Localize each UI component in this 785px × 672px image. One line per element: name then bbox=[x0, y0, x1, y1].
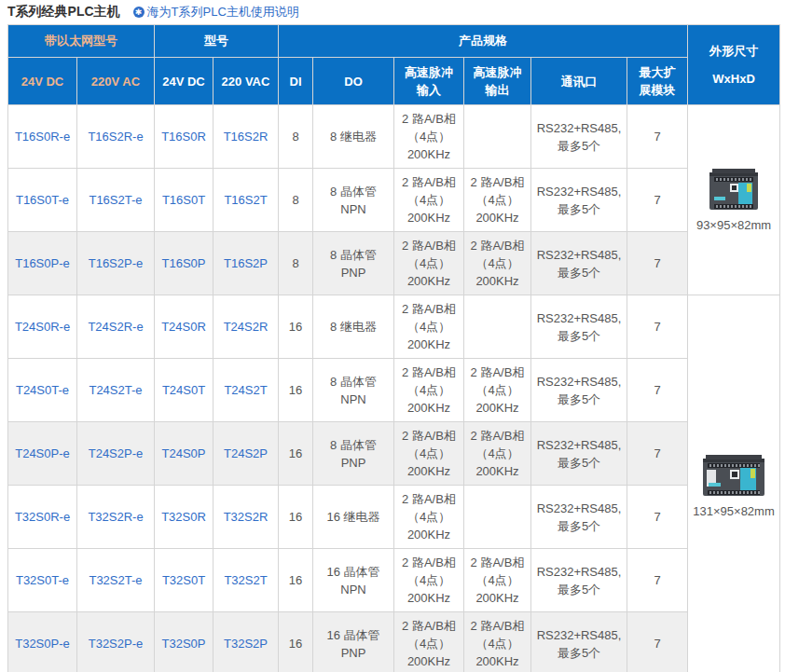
model-link[interactable]: T24S2P bbox=[224, 446, 268, 460]
model-link[interactable]: T16S0T-e bbox=[16, 193, 69, 207]
model-link[interactable]: T16S2P bbox=[224, 256, 268, 270]
model-link[interactable]: T16S0T bbox=[162, 193, 205, 207]
subheader-24vdc: 24V DC bbox=[155, 58, 213, 105]
model-link[interactable]: T16S0P bbox=[162, 256, 206, 270]
doc-link[interactable]: ✱ 海为T系列PLC主机使用说明 bbox=[133, 4, 299, 21]
expansion-cell: 7 bbox=[627, 422, 688, 486]
expansion-cell: 7 bbox=[627, 105, 688, 169]
model-link[interactable]: T32S0T-e bbox=[16, 573, 69, 587]
model-cell: T16S2R-e bbox=[77, 105, 155, 169]
model-cell: T16S2T bbox=[213, 169, 279, 232]
model-link[interactable]: T32S0R bbox=[161, 510, 206, 524]
header-sub-row: 24V DC 220V AC 24V DC 220 VAC DI DO 高速脉冲… bbox=[8, 58, 780, 105]
model-cell: T32S0R bbox=[155, 486, 213, 549]
model-cell: T16S0P-e bbox=[8, 232, 77, 295]
model-link[interactable]: T16S2T-e bbox=[89, 193, 142, 207]
model-link[interactable]: T32S2T-e bbox=[89, 573, 142, 587]
subheader-max-expansion: 最大扩 展模块 bbox=[627, 58, 688, 105]
model-cell: T32S0P-e bbox=[8, 612, 77, 672]
pulse-out-cell: 2 路A/B相 （4点） 200KHz bbox=[464, 232, 531, 295]
model-cell: T16S2P-e bbox=[77, 232, 155, 295]
model-link[interactable]: T32S0P bbox=[162, 637, 206, 651]
subheader-eth-24vdc: 24V DC bbox=[8, 58, 77, 105]
model-cell: T24S2R bbox=[213, 295, 279, 359]
dims-label: 131×95×82mm bbox=[693, 502, 774, 520]
model-cell: T32S2R-e bbox=[77, 486, 155, 549]
comm-cell: RS232+RS485, 最多5个 bbox=[531, 105, 627, 169]
do-cell: 16 继电器 bbox=[313, 486, 394, 549]
model-cell: T16S0R-e bbox=[8, 105, 77, 169]
model-cell: T32S2R bbox=[213, 486, 279, 549]
model-link[interactable]: T24S0P-e bbox=[15, 446, 70, 460]
pulse-out-cell bbox=[464, 105, 531, 169]
di-cell: 8 bbox=[279, 169, 313, 232]
dims-label: 93×95×82mm bbox=[696, 216, 771, 234]
model-link[interactable]: T16S0R bbox=[161, 130, 206, 144]
do-cell: 8 继电器 bbox=[313, 105, 394, 169]
model-link[interactable]: T24S2T bbox=[224, 383, 267, 397]
table-row: T16S0T-e T16S2T-e T16S0T T16S2T 8 8 晶体管 … bbox=[8, 169, 780, 232]
model-link[interactable]: T24S2T-e bbox=[89, 383, 142, 397]
pulse-in-cell: 2 路A/B相 （4点） 200KHz bbox=[394, 232, 464, 295]
model-cell: T24S2R-e bbox=[77, 295, 155, 359]
comm-cell: RS232+RS485, 最多5个 bbox=[531, 359, 627, 422]
pulse-in-cell: 2 路A/B相 （4点） 200KHz bbox=[394, 549, 464, 612]
model-cell: T24S2T-e bbox=[77, 359, 155, 422]
expansion-cell: 7 bbox=[627, 359, 688, 422]
model-cell: T32S0T bbox=[155, 549, 213, 612]
model-link[interactable]: T32S0P-e bbox=[15, 637, 70, 651]
model-link[interactable]: T24S2R-e bbox=[88, 320, 143, 334]
model-link[interactable]: T24S0R-e bbox=[15, 320, 70, 334]
expansion-cell: 7 bbox=[627, 169, 688, 232]
table-row: T24S0P-e T24S2P-e T24S0P T24S2P 16 8 晶体管… bbox=[8, 422, 780, 486]
subheader-220vac: 220 VAC bbox=[213, 58, 279, 105]
model-cell: T16S0R bbox=[155, 105, 213, 169]
model-cell: T32S2T-e bbox=[77, 549, 155, 612]
pulse-in-cell: 2 路A/B相 （4点） 200KHz bbox=[394, 295, 464, 359]
table-row: T16S0R-e T16S2R-e T16S0R T16S2R 8 8 继电器 … bbox=[8, 105, 780, 169]
plc-spec-table: 带以太网型号 型号 产品规格 外形尺寸 WxHxD 24V DC 220V AC… bbox=[7, 24, 780, 672]
model-link[interactable]: T24S2P-e bbox=[89, 446, 144, 460]
do-cell: 8 晶体管 NPN bbox=[313, 169, 394, 232]
model-cell: T24S0T bbox=[155, 359, 213, 422]
table-row: T32S0T-e T32S2T-e T32S0T T32S2T 16 16 晶体… bbox=[8, 549, 780, 612]
page-title: T系列经典PLC主机 bbox=[7, 4, 120, 21]
model-cell: T16S0T-e bbox=[8, 169, 77, 232]
comm-cell: RS232+RS485, 最多5个 bbox=[531, 612, 627, 672]
expansion-cell: 7 bbox=[627, 549, 688, 612]
model-link[interactable]: T32S2P bbox=[224, 637, 268, 651]
pulse-out-cell: 2 路A/B相 （4点） 200KHz bbox=[464, 549, 531, 612]
subheader-do: DO bbox=[313, 58, 394, 105]
model-link[interactable]: T32S0R-e bbox=[15, 510, 70, 524]
model-link[interactable]: T24S0R bbox=[161, 320, 206, 334]
subheader-di: DI bbox=[279, 58, 313, 105]
model-link[interactable]: T24S0T-e bbox=[16, 383, 69, 397]
comm-cell: RS232+RS485, 最多5个 bbox=[531, 422, 627, 486]
model-link[interactable]: T16S2P-e bbox=[89, 256, 144, 270]
di-cell: 16 bbox=[279, 422, 313, 486]
pulse-out-cell bbox=[464, 486, 531, 549]
model-link[interactable]: T16S0R-e bbox=[15, 130, 70, 144]
di-cell: 16 bbox=[279, 549, 313, 612]
model-link[interactable]: T32S2R-e bbox=[88, 510, 143, 524]
header-ethernet-group: 带以太网型号 bbox=[8, 25, 155, 58]
model-link[interactable]: T16S2R-e bbox=[88, 130, 143, 144]
comm-cell: RS232+RS485, 最多5个 bbox=[531, 295, 627, 359]
model-link[interactable]: T32S2T bbox=[224, 573, 267, 587]
model-link[interactable]: T16S2T bbox=[224, 193, 267, 207]
model-link[interactable]: T24S2R bbox=[224, 320, 269, 334]
model-link[interactable]: T32S2P-e bbox=[89, 637, 144, 651]
comm-cell: RS232+RS485, 最多5个 bbox=[531, 486, 627, 549]
subheader-comm-port: 通讯口 bbox=[531, 58, 627, 105]
subheader-pulse-in: 高速脉冲 输入 bbox=[394, 58, 464, 105]
header-dims: 外形尺寸 WxHxD bbox=[688, 25, 780, 105]
model-link[interactable]: T32S0T bbox=[162, 573, 205, 587]
pulse-in-cell: 2 路A/B相 （4点） 200KHz bbox=[394, 612, 464, 672]
model-cell: T32S2T bbox=[213, 549, 279, 612]
pulse-out-cell: 2 路A/B相 （4点） 200KHz bbox=[464, 169, 531, 232]
model-link[interactable]: T32S2R bbox=[224, 510, 269, 524]
model-link[interactable]: T16S2R bbox=[224, 130, 269, 144]
model-link[interactable]: T16S0P-e bbox=[15, 256, 70, 270]
model-link[interactable]: T24S0P bbox=[162, 446, 206, 460]
model-link[interactable]: T24S0T bbox=[162, 383, 205, 397]
